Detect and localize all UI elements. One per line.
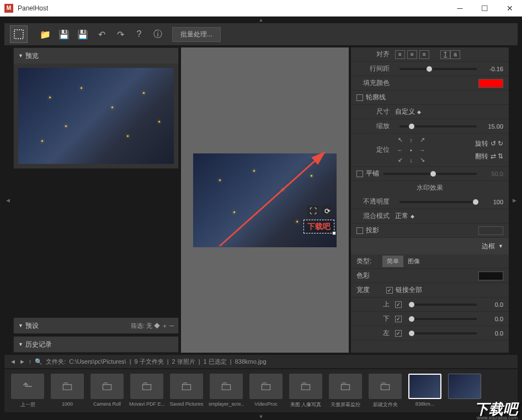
- rotate-ccw-icon[interactable]: ↺: [491, 140, 496, 147]
- linespacing-slider[interactable]: [400, 68, 477, 70]
- position-grid: ↖↑↗ ←•→ ↙↓↘: [395, 136, 427, 164]
- linespacing-row: 行间距 -0.16: [351, 62, 509, 76]
- app-title: PanelHost: [18, 4, 448, 12]
- batch-process-button[interactable]: 批量处理...: [172, 27, 221, 42]
- border-left-value: 0.0: [481, 330, 503, 337]
- save-as-icon[interactable]: 💾: [74, 25, 92, 43]
- position-label: 定位: [356, 145, 390, 155]
- history-section: ▼ 历史记录: [13, 336, 179, 353]
- type-simple-tab[interactable]: 简单: [382, 256, 403, 267]
- pos-w[interactable]: ←: [395, 146, 405, 155]
- border-header[interactable]: 边框 ▼: [351, 238, 509, 254]
- pos-c[interactable]: •: [406, 146, 416, 155]
- thumb-item[interactable]: 838km...: [406, 371, 444, 410]
- pos-e[interactable]: →: [417, 146, 427, 155]
- tile-row: 平铺 50.0: [351, 167, 509, 181]
- shadow-checkbox[interactable]: [356, 227, 363, 234]
- linkall-checkbox[interactable]: ✓: [386, 287, 393, 294]
- selected-count: 1 已选定: [204, 358, 227, 366]
- pos-nw[interactable]: ↖: [395, 136, 405, 145]
- collapse-bottom-icon[interactable]: ▼: [0, 413, 522, 420]
- flip-h-icon[interactable]: ⇄: [491, 152, 496, 160]
- pos-se[interactable]: ↘: [417, 156, 427, 164]
- border-bottom-checkbox[interactable]: ✓: [395, 316, 402, 322]
- pos-s[interactable]: ↓: [406, 156, 416, 164]
- close-button[interactable]: ✕: [497, 0, 522, 16]
- thumb-item[interactable]: 🗀smplayer_scre...: [207, 371, 245, 410]
- thumb-item[interactable]: 🗀Saved Pictures: [168, 371, 205, 410]
- thumb-item[interactable]: 🗀Camera Roll: [88, 371, 126, 410]
- border-left-slider[interactable]: [409, 332, 477, 334]
- left-panel: ▼ 预览 ▼ 预设 筛选: 无 ◆: [13, 47, 179, 353]
- preset-section: ▼ 预设 筛选: 无 ◆ ＋ ─: [13, 317, 179, 334]
- photo-count: 2 张照片: [172, 358, 195, 366]
- undo-icon[interactable]: ↶: [93, 25, 110, 43]
- flip-v-icon[interactable]: ⇅: [498, 152, 503, 160]
- help-icon[interactable]: ?: [130, 25, 148, 43]
- minimize-button[interactable]: ─: [448, 0, 472, 16]
- collapse-top-icon[interactable]: ▲: [0, 17, 522, 23]
- scale-slider[interactable]: [400, 125, 477, 127]
- linespacing-value: -0.16: [481, 66, 503, 72]
- preview-image[interactable]: [18, 68, 174, 164]
- pos-sw[interactable]: ↙: [395, 156, 405, 164]
- border-bottom-slider[interactable]: [409, 318, 477, 320]
- text-transform-button[interactable]: T: [440, 50, 450, 59]
- thumb-item[interactable]: 🗀1000: [49, 371, 86, 410]
- pos-ne[interactable]: ↗: [417, 136, 427, 145]
- folder-label: 文件夹:: [46, 358, 66, 366]
- collapse-left-icon[interactable]: ◀: [4, 47, 11, 353]
- thumb-item[interactable]: 🗀VideoProc: [247, 371, 285, 410]
- type-image-tab[interactable]: 图像: [403, 256, 424, 267]
- bordercolor-swatch[interactable]: [478, 272, 503, 280]
- collapse-right-icon[interactable]: ▶: [511, 47, 518, 353]
- tile-checkbox[interactable]: [356, 171, 363, 177]
- tile-slider[interactable]: [383, 173, 477, 175]
- border-top-slider[interactable]: [409, 304, 477, 306]
- text-style-button[interactable]: a: [450, 50, 460, 59]
- outline-row: 轮廓线: [351, 91, 509, 105]
- history-header[interactable]: ▼ 历史记录: [14, 337, 178, 352]
- rotate-cw-icon[interactable]: ↻: [498, 140, 503, 147]
- align-center-button[interactable]: ≡: [407, 50, 417, 59]
- nav-up-icon[interactable]: ↑: [29, 358, 32, 365]
- maximize-button[interactable]: ☐: [472, 0, 497, 16]
- search-icon[interactable]: 🔍: [35, 358, 42, 365]
- save-icon[interactable]: 💾: [55, 25, 73, 43]
- align-left-button[interactable]: ≡: [395, 50, 405, 59]
- size-value[interactable]: 自定义: [395, 107, 415, 116]
- nav-fwd-icon[interactable]: ►: [19, 358, 25, 365]
- thumb-item[interactable]: 🗀新建文件夹: [366, 371, 404, 410]
- canvas-area[interactable]: ⛶ ⟳ 下载吧: [181, 47, 349, 353]
- opacity-row: 不透明度 100: [351, 195, 509, 209]
- thumb-item[interactable]: 🗀美图 人像写真: [287, 371, 324, 410]
- border-left-row: 左 ✓ 0.0: [351, 326, 509, 341]
- preset-header[interactable]: ▼ 预设 筛选: 无 ◆ ＋ ─: [14, 318, 178, 333]
- pos-n[interactable]: ↑: [406, 136, 416, 145]
- thumb-item[interactable]: ⬑上一层: [9, 371, 46, 410]
- align-label: 对齐: [356, 50, 390, 59]
- blend-value[interactable]: 正常: [395, 211, 408, 221]
- main-area: ▲ 📁 💾 💾 ↶ ↷ ? ⓘ 批量处理... ◀ ▼ 预览: [0, 17, 522, 420]
- preview-section: ▼ 预览: [13, 47, 179, 169]
- redo-icon[interactable]: ↷: [111, 25, 129, 43]
- thumb-item[interactable]: 🗀Movavi PDF E...: [128, 371, 166, 410]
- fillcolor-row: 填充颜色: [351, 76, 509, 91]
- thumb-item[interactable]: 🗀天傲屏幕监控: [327, 371, 364, 410]
- content-row: ◀ ▼ 预览 ▼: [0, 45, 522, 355]
- scale-row: 缩放 15.00: [351, 119, 509, 134]
- preview-body: [14, 63, 178, 168]
- outline-checkbox[interactable]: [356, 94, 363, 101]
- info-icon[interactable]: ⓘ: [149, 25, 167, 43]
- border-top-checkbox[interactable]: ✓: [395, 301, 402, 308]
- border-left-checkbox[interactable]: ✓: [395, 330, 402, 337]
- nav-back-icon[interactable]: ◄: [10, 358, 16, 365]
- opacity-slider[interactable]: [400, 201, 477, 203]
- open-folder-icon[interactable]: 📁: [36, 25, 54, 43]
- align-right-button[interactable]: ≡: [419, 50, 429, 59]
- border-top-label: 上: [356, 300, 390, 309]
- shadow-swatch[interactable]: [478, 226, 503, 235]
- logo-button[interactable]: [10, 25, 28, 43]
- preview-header[interactable]: ▼ 预览: [14, 48, 178, 63]
- fillcolor-swatch[interactable]: [478, 79, 503, 88]
